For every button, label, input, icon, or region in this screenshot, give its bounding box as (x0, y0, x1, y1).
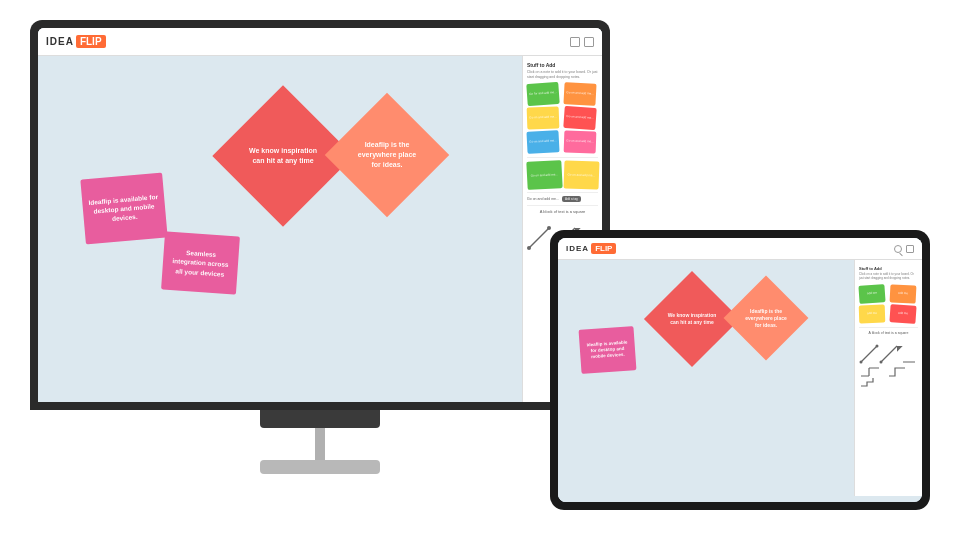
tablet-note-red[interactable]: add me (889, 304, 916, 324)
desktop-square-note-2[interactable]: Seamless integration across all your dev… (161, 231, 240, 294)
scene: IDEA FLIP Stuff to Add Click on a note t… (0, 0, 960, 540)
desktop-note-1-text: We know inspiration can hit at any time (233, 106, 333, 206)
tablet-canvas: We know inspiration can hit at any time … (558, 260, 854, 502)
monitor-stand (315, 428, 325, 463)
sidebar-text-block: A block of text is a square (527, 209, 598, 214)
tablet-app-ui: IDEA FLIP Stuff to Add Click on a note t… (558, 238, 922, 502)
tablet-search-icon[interactable] (894, 245, 902, 253)
tablet-header-icons (894, 245, 914, 253)
tablet-note-2-text: Ideaflip is the everywhere place for ide… (736, 288, 796, 348)
desktop-app-header: IDEA FLIP (38, 28, 602, 56)
sidebar-note-green[interactable]: Go for and add me... (526, 82, 559, 106)
sidebar-tag-row: Go on and add me... Add a tag (527, 196, 598, 202)
sidebar-note-red[interactable]: Go on and add me... (563, 106, 596, 130)
sidebar-divider-1 (527, 157, 598, 158)
tablet-logo-flip: FLIP (591, 243, 616, 254)
desktop-header-icons (570, 37, 594, 47)
tablet-sidebar-subtitle: Click on a note to add it to your board.… (859, 273, 918, 281)
svg-point-10 (880, 360, 883, 363)
tablet-sidebar-title: Stuff to Add (859, 266, 918, 271)
svg-point-1 (527, 246, 531, 250)
tablet-sidebar-grid: add me add me add me add me (859, 285, 918, 323)
tablet-note-green[interactable]: add me (858, 284, 885, 304)
header-icon-1 (570, 37, 580, 47)
sidebar-big-note-2[interactable]: Go on and add me... (563, 161, 598, 190)
tablet-sidebar-divider (859, 327, 918, 328)
sidebar-note-orange[interactable]: Go on and add me... (563, 82, 596, 106)
sidebar-big-notes: Go on and add me... Go on and add me... (527, 161, 598, 189)
svg-line-0 (529, 228, 549, 248)
desktop-note-4-text: Seamless integration across all your dev… (168, 247, 233, 279)
desktop-square-note-1[interactable]: Ideaflip is available for desktop and mo… (80, 173, 167, 245)
monitor-body: IDEA FLIP Stuff to Add Click on a note t… (30, 20, 610, 410)
desktop-monitor: IDEA FLIP Stuff to Add Click on a note t… (30, 20, 610, 480)
sidebar-big-note-1[interactable]: Go on and add me... (526, 160, 562, 190)
tablet-body: IDEA FLIP Stuff to Add Click on a note t… (550, 230, 930, 510)
tablet-note-3-text: Ideaflip is available for desktop and mo… (583, 340, 631, 361)
sidebar-note-yellow[interactable]: Go on and add me... (527, 107, 560, 130)
svg-line-9 (881, 346, 897, 362)
sidebar-divider-2 (527, 192, 598, 193)
add-a-tag-button[interactable]: Add a tag (562, 196, 581, 202)
desktop-note-3-text: Ideaflip is available for desktop and mo… (88, 192, 160, 225)
sidebar-title: Stuff to Add (527, 62, 598, 68)
tablet-diamond-note-2[interactable]: Ideaflip is the everywhere place for ide… (724, 276, 809, 361)
svg-point-7 (860, 360, 863, 363)
monitor-screen: IDEA FLIP Stuff to Add Click on a note t… (38, 28, 602, 402)
monitor-base (260, 460, 380, 474)
desktop-logo: IDEA FLIP (46, 35, 106, 48)
tablet-header-icon[interactable] (906, 245, 914, 253)
tablet-note-orange[interactable]: add me (889, 284, 916, 303)
tablet-logo-idea: IDEA (566, 244, 589, 253)
svg-point-8 (876, 344, 879, 347)
sidebar-subtitle: Click on a note to add it to your board.… (527, 70, 598, 79)
logo-flip-text: FLIP (76, 35, 106, 48)
desktop-app-ui: IDEA FLIP Stuff to Add Click on a note t… (38, 28, 602, 402)
tablet-square-note-1[interactable]: Ideaflip is available for desktop and mo… (579, 326, 637, 374)
tablet-note-1-text: We know inspiration can hit at any time (658, 285, 726, 353)
monitor-chin (260, 410, 380, 428)
tablet-screen: IDEA FLIP Stuff to Add Click on a note t… (558, 238, 922, 502)
tablet-device: IDEA FLIP Stuff to Add Click on a note t… (550, 230, 930, 510)
tablet-logo: IDEA FLIP (566, 243, 616, 254)
svg-line-6 (861, 346, 877, 362)
tablet-note-yellow[interactable]: add me (859, 304, 886, 323)
desktop-diamond-note-2[interactable]: Ideaflip is the everywhere place for ide… (325, 93, 449, 217)
tablet-text-block: A block of text is a square (859, 331, 918, 335)
sidebar-note-blue[interactable]: Go on and add me... (526, 130, 559, 154)
desktop-note-2-text: Ideaflip is the everywhere place for ide… (343, 111, 431, 199)
sidebar-divider-3 (527, 205, 598, 206)
tablet-app-header: IDEA FLIP (558, 238, 922, 260)
desktop-canvas: We know inspiration can hit at any time … (38, 56, 522, 402)
tablet-sidebar: Stuff to Add Click on a note to add it t… (854, 260, 922, 496)
tablet-sidebar-tools (859, 338, 918, 392)
logo-idea-text: IDEA (46, 36, 74, 47)
tablet-tools-svg (859, 338, 919, 388)
header-icon-2 (584, 37, 594, 47)
sidebar-note-pink[interactable]: Go on and add me... (563, 131, 596, 154)
sidebar-notes-grid: Go for and add me... Go on and add me...… (527, 83, 598, 153)
sidebar-go-on-label: Go on and add me... (527, 197, 559, 201)
